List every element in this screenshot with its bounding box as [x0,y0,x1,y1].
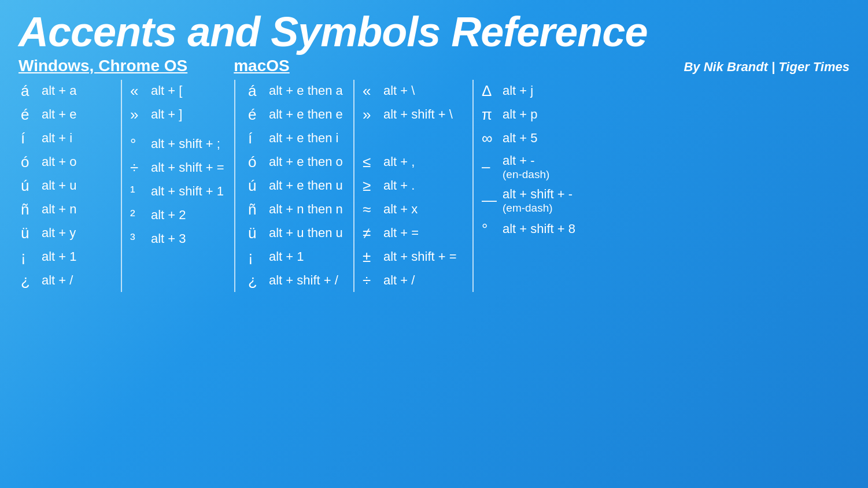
macos-section-header: macOS [234,57,290,75]
sub-text: (en-dash) [503,168,549,181]
shortcut: alt + 5 [503,131,538,146]
shortcut: alt + n [42,202,77,217]
shortcut: alt + \ [383,83,415,98]
symbol: » [363,106,379,124]
windows-col2: «alt + [»alt + ]°alt + shift + ;÷alt + s… [123,80,233,292]
shortcut: alt + shift + / [269,273,338,288]
symbol: ¿ [21,272,37,290]
table-row: íalt + e then i [248,127,345,150]
symbol: « [130,82,146,100]
table-row: éalt + e then e [248,103,345,126]
table-row: éalt + e [21,103,113,126]
shortcut: alt + 1 [269,249,304,264]
symbol: ÷ [130,159,146,177]
divider-1 [121,80,122,292]
shortcut: alt + shift + = [383,249,457,264]
symbol: ü [21,224,37,242]
symbol: é [21,106,37,124]
symbol: π [482,106,498,124]
symbol: ± [363,248,379,266]
table-row: °alt + shift + ; [130,133,226,156]
table-row: óalt + e then o [248,151,345,173]
table-row: ¿alt + / [21,269,113,292]
symbol: – [482,158,498,176]
shortcut: alt + p [503,107,538,122]
shortcut: alt + shift + 1 [151,184,224,199]
shortcut: alt + u then u [269,225,343,241]
symbol: ñ [21,201,37,219]
table-row: «alt + [ [130,80,226,102]
shortcut: alt + [ [151,83,182,98]
symbol: ≠ [363,224,379,242]
table-row: —alt + shift + -(em-dash) [482,184,595,217]
symbol: í [21,130,37,147]
shortcut: alt + y [42,225,76,241]
shortcut: alt + / [42,273,73,288]
table-row: ¡alt + 1 [248,246,345,268]
macos-col3: Δalt + jπalt + p∞alt + 5–alt + -(en-dash… [475,80,602,292]
table-row: ³alt + 3 [130,228,226,250]
symbol: ÷ [363,272,379,290]
table-row: –alt + -(en-dash) [482,151,595,183]
shortcut: alt + e then u [269,178,343,193]
table-row: óalt + o [21,151,113,173]
windows-section-header: Windows, Chrome OS [19,57,187,75]
symbol: ú [248,177,264,195]
table-row: «alt + \ [363,80,464,102]
shortcut: alt + e [42,107,77,122]
shortcut: alt + -(en-dash) [503,153,549,181]
symbol: ¿ [248,272,264,290]
symbol: Δ [482,82,498,100]
table-row: ¡alt + 1 [21,246,113,268]
table-row: Δalt + j [482,80,595,102]
symbol: ¡ [21,248,37,266]
shortcut: alt + shift + = [151,160,224,175]
table-row: ¹alt + shift + 1 [130,180,226,203]
symbol: ú [21,177,37,195]
table-row: ÷alt + / [363,269,464,292]
shortcut: alt + / [383,273,415,288]
columns-wrapper: áalt + aéalt + eíalt + ióalt + oúalt + u… [19,80,849,292]
shortcut: alt + j [503,83,533,98]
shortcut: alt + e then a [269,83,343,98]
table-row: áalt + a [21,80,113,102]
divider-4 [472,80,474,292]
table-row: ≥alt + . [363,175,464,197]
table-row: ²alt + 2 [130,204,226,227]
shortcut: alt + x [383,202,418,217]
table-row: ∞alt + 5 [482,127,595,150]
table-row: ≈alt + x [363,198,464,221]
symbol: ¹ [130,183,146,201]
shortcut: alt + 3 [151,231,186,246]
table-row: ñalt + n [21,198,113,221]
symbol: ü [248,224,264,242]
table-row: ±alt + shift + = [363,246,464,268]
symbol: í [248,130,264,147]
shortcut: alt + shift + \ [383,107,453,122]
table-row: ñalt + n then n [248,198,345,221]
table-row: »alt + ] [130,103,226,126]
shortcut: alt + e then i [269,131,338,146]
symbol: ñ [248,201,264,219]
table-row: ¿alt + shift + / [248,269,345,292]
shortcut: alt + i [42,131,72,146]
symbol: ² [130,206,146,224]
shortcut: alt + , [383,154,415,169]
byline: By Nik Brandt | Tiger Times [684,60,849,75]
symbol: ¡ [248,248,264,266]
symbol: ≈ [363,201,379,219]
macos-col1: áalt + e then aéalt + e then eíalt + e t… [237,80,352,292]
symbol: ó [21,153,37,171]
symbol: « [363,82,379,100]
table-row: ÷alt + shift + = [130,157,226,179]
table-row: úalt + u [21,175,113,197]
symbol: ∞ [482,130,498,147]
shortcut: alt + 1 [42,249,77,264]
table-row: úalt + e then u [248,175,345,197]
symbol: é [248,106,264,124]
sub-text: (em-dash) [503,202,572,215]
macos-col2: «alt + \»alt + shift + \ ≤alt + ,≥alt + … [356,80,471,292]
shortcut: alt + o [42,154,77,169]
windows-col1: áalt + aéalt + eíalt + ióalt + oúalt + u… [19,80,120,292]
divider-2 [234,80,235,292]
